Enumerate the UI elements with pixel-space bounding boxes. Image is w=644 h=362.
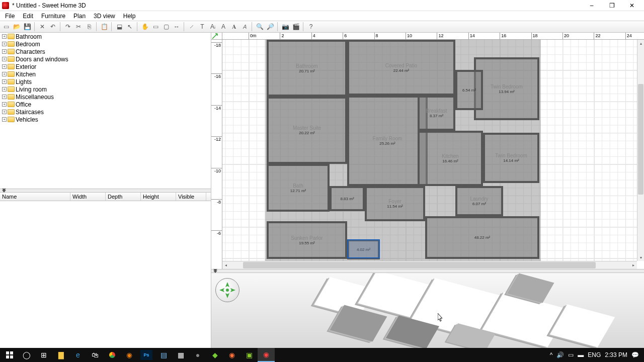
- column-name[interactable]: Name: [0, 193, 70, 201]
- taskview-icon[interactable]: ⊞: [35, 348, 52, 362]
- scroll-down-icon[interactable]: ▾: [637, 254, 644, 261]
- catalog-exterior[interactable]: +Exterior: [0, 63, 211, 70]
- app-icon-2[interactable]: ◆: [206, 348, 223, 362]
- blender-icon[interactable]: ◉: [121, 348, 138, 362]
- room-icon[interactable]: ▢: [161, 22, 171, 32]
- room[interactable]: Twin Bedroom14.14 m²: [483, 133, 539, 183]
- menu-plan[interactable]: Plan: [69, 12, 90, 21]
- catalog-bedroom[interactable]: +Bedroom: [0, 40, 211, 48]
- network-icon[interactable]: ▬: [578, 351, 584, 358]
- catalog-kitchen[interactable]: +Kitchen: [0, 70, 211, 78]
- open-icon[interactable]: 📂: [12, 22, 22, 32]
- catalog-living-room[interactable]: +Living room: [0, 85, 211, 93]
- notification-icon[interactable]: 💬: [631, 351, 639, 358]
- catalog-staircases[interactable]: +Staircases: [0, 108, 211, 116]
- file-explorer-icon[interactable]: ▇: [52, 348, 69, 362]
- catalog-doors-and-windows[interactable]: +Doors and windows: [0, 55, 211, 63]
- selected-room[interactable]: [347, 239, 380, 258]
- menu-edit[interactable]: Edit: [19, 12, 37, 21]
- redo-icon[interactable]: ↷: [63, 22, 73, 32]
- plan-view[interactable]: -18-16-14-12-10-8-6 0m246810121416182022…: [211, 33, 644, 269]
- expand-icon[interactable]: +: [2, 95, 7, 99]
- pan-icon[interactable]: ✋: [140, 22, 150, 32]
- furniture-catalog[interactable]: +Bathroom+Bedroom+Characters+Doors and w…: [0, 33, 211, 189]
- column-width[interactable]: Width: [70, 193, 106, 201]
- scroll-left-icon[interactable]: ◂: [222, 261, 229, 269]
- zoom-out-icon[interactable]: 🔎: [265, 22, 275, 32]
- system-tray[interactable]: ^ 🔊 ▭ ▬ ENG 2:33 PM 💬: [546, 351, 643, 358]
- expand-icon[interactable]: +: [2, 87, 7, 92]
- room[interactable]: Family Room25.26 m²: [347, 96, 428, 186]
- firefox-icon[interactable]: ◉: [223, 348, 240, 362]
- scroll-up-icon[interactable]: ▴: [637, 40, 644, 47]
- scroll-right-icon[interactable]: ▸: [630, 261, 637, 269]
- polyline-icon[interactable]: ⟋: [187, 22, 197, 32]
- furniture-list[interactable]: NameWidthDepthHeightVisible: [0, 193, 211, 348]
- scroll-thumb-v[interactable]: [638, 84, 643, 195]
- menu-3d-view[interactable]: 3D view: [90, 12, 119, 21]
- wall-icon[interactable]: ▭: [150, 22, 160, 32]
- catalog-miscellaneous[interactable]: +Miscellaneous: [0, 93, 211, 101]
- sweethome-icon[interactable]: ◉: [258, 348, 275, 362]
- room[interactable]: 6.54 m²: [455, 70, 483, 110]
- room[interactable]: Sunken Parlor19.55 m²: [267, 221, 347, 259]
- room[interactable]: Twin Bedroom13.94 m²: [474, 57, 539, 120]
- expand-icon[interactable]: +: [2, 49, 7, 54]
- app-icon-3[interactable]: ▣: [240, 348, 258, 362]
- text-style-icon[interactable]: A: [218, 22, 228, 32]
- navigation-compass[interactable]: [215, 278, 239, 302]
- close-button[interactable]: ✕: [622, 0, 642, 11]
- menu-file[interactable]: File: [1, 12, 19, 21]
- app-icon-1[interactable]: ●: [189, 348, 206, 362]
- expand-icon[interactable]: +: [2, 110, 7, 114]
- expand-icon[interactable]: +: [2, 57, 7, 61]
- text-icon[interactable]: T: [197, 22, 207, 32]
- room[interactable]: Bath12.71 m²: [267, 164, 330, 212]
- room[interactable]: Kitchen16.46 m²: [418, 131, 483, 186]
- undo-icon[interactable]: ↶: [48, 22, 58, 32]
- text-bold-icon[interactable]: 𝐀: [229, 22, 239, 32]
- prefs-icon[interactable]: ✕: [37, 22, 47, 32]
- splitter-left[interactable]: [0, 189, 211, 193]
- scroll-thumb-h[interactable]: [243, 262, 595, 268]
- menu-help[interactable]: Help: [119, 12, 140, 21]
- cut-icon[interactable]: ✂: [73, 22, 84, 32]
- language-indicator[interactable]: ENG: [588, 351, 601, 358]
- room[interactable]: 48.22 m²: [425, 216, 539, 259]
- column-depth[interactable]: Depth: [106, 193, 141, 201]
- notepad-icon[interactable]: ▤: [155, 348, 172, 362]
- add-furniture-icon[interactable]: ⬓: [114, 22, 124, 32]
- select-icon[interactable]: ↖: [125, 22, 135, 32]
- expand-icon[interactable]: +: [2, 72, 7, 76]
- help-icon[interactable]: ?: [306, 22, 316, 32]
- expand-icon[interactable]: +: [2, 34, 7, 39]
- photo-icon[interactable]: 📷: [280, 22, 290, 32]
- new-icon[interactable]: ▭: [1, 22, 11, 32]
- catalog-bathroom[interactable]: +Bathroom: [0, 33, 211, 40]
- column-visible[interactable]: Visible: [176, 193, 206, 201]
- expand-icon[interactable]: +: [2, 42, 7, 46]
- expand-icon[interactable]: +: [2, 117, 7, 122]
- maximize-button[interactable]: ❐: [602, 0, 622, 11]
- plan-canvas[interactable]: Bathroom20.71 m²Covered Patio22.44 m²Twi…: [222, 40, 637, 261]
- start-button[interactable]: [1, 348, 18, 362]
- cortana-icon[interactable]: ◯: [18, 348, 35, 362]
- catalog-office[interactable]: +Office: [0, 101, 211, 108]
- text-italic-icon[interactable]: 𝘈: [239, 22, 250, 32]
- splitter-right[interactable]: [211, 269, 644, 273]
- clock[interactable]: 2:33 PM: [605, 351, 627, 358]
- expand-icon[interactable]: +: [2, 79, 7, 84]
- room[interactable]: Breakfast8.37 m²: [418, 96, 455, 131]
- paste-icon[interactable]: 📋: [99, 22, 109, 32]
- room[interactable]: Foyer11.54 m²: [365, 186, 425, 221]
- edge-icon[interactable]: e: [69, 348, 87, 362]
- tray-overflow-icon[interactable]: ^: [550, 351, 553, 358]
- vertical-scrollbar[interactable]: ▴ ▾: [637, 40, 644, 261]
- 3d-view[interactable]: [211, 273, 644, 348]
- room[interactable]: Laundry6.07 m²: [455, 186, 503, 216]
- chrome-icon[interactable]: [104, 348, 121, 362]
- store-icon[interactable]: 🛍: [87, 348, 104, 362]
- room[interactable]: Covered Patio22.44 m²: [347, 40, 455, 96]
- column-height[interactable]: Height: [141, 193, 176, 201]
- room[interactable]: 8.83 m²: [330, 186, 365, 211]
